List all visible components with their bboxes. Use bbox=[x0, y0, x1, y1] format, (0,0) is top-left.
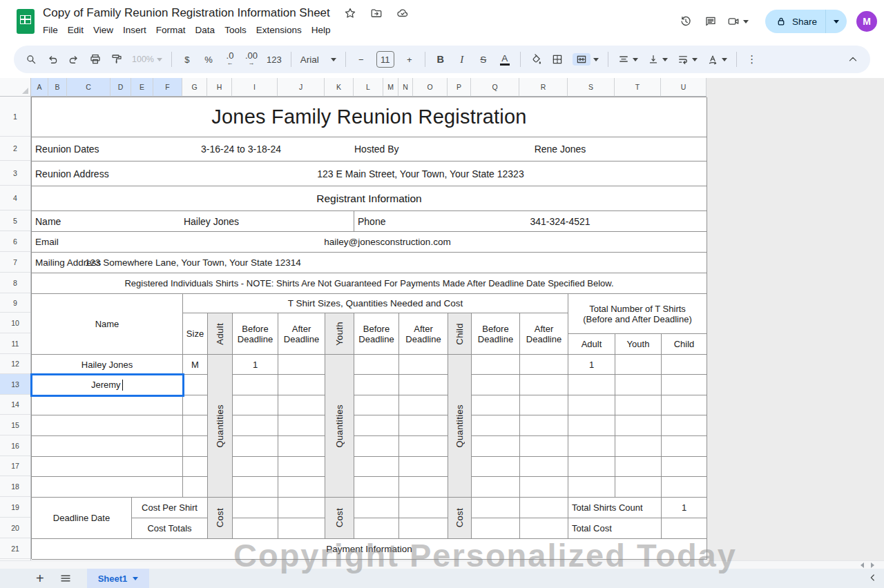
cell[interactable] bbox=[568, 415, 615, 436]
cell[interactable] bbox=[233, 498, 278, 518]
column-header-s[interactable]: S bbox=[568, 78, 615, 97]
cell[interactable] bbox=[32, 395, 183, 415]
version-history-icon[interactable] bbox=[673, 9, 698, 34]
column-header-o[interactable]: O bbox=[413, 78, 448, 97]
row-header-9[interactable]: 9 bbox=[0, 293, 30, 313]
scroll-left-icon[interactable] bbox=[861, 562, 864, 568]
merge-dropdown-caret[interactable] bbox=[593, 58, 599, 61]
increase-decimal-button[interactable]: .00→ bbox=[245, 50, 258, 69]
cell[interactable] bbox=[278, 518, 325, 539]
format-percent-button[interactable]: % bbox=[202, 50, 215, 69]
comments-icon[interactable] bbox=[698, 9, 723, 34]
cell[interactable] bbox=[278, 477, 325, 498]
cell[interactable] bbox=[472, 395, 520, 415]
menu-edit[interactable]: Edit bbox=[63, 23, 88, 37]
cell[interactable] bbox=[472, 415, 520, 436]
cell[interactable] bbox=[399, 415, 448, 436]
cell-total-child-header[interactable]: Child bbox=[662, 334, 707, 355]
cell[interactable] bbox=[183, 436, 208, 457]
text-wrap-button[interactable] bbox=[677, 50, 698, 69]
fill-color-button[interactable] bbox=[530, 50, 542, 69]
more-formats-button[interactable]: 123 bbox=[267, 50, 282, 69]
cell-mailing-address[interactable]: Mailing Address 123 Somewhere Lane, Your… bbox=[32, 253, 707, 273]
menu-data[interactable]: Data bbox=[191, 23, 220, 37]
document-title[interactable]: Copy of Family Reunion Registration Info… bbox=[43, 6, 330, 20]
menu-file[interactable]: File bbox=[38, 23, 63, 37]
cell[interactable] bbox=[615, 477, 662, 498]
collapse-controls-button[interactable] bbox=[847, 50, 859, 69]
row-header-4[interactable]: 4 bbox=[0, 186, 30, 210]
row-header-15[interactable]: 15 bbox=[0, 415, 30, 435]
menu-insert[interactable]: Insert bbox=[118, 23, 151, 37]
select-all-corner[interactable] bbox=[0, 78, 31, 97]
cell-total-shirts-count-value[interactable]: 1 bbox=[662, 498, 707, 518]
cell[interactable] bbox=[278, 415, 325, 436]
cell[interactable] bbox=[520, 477, 568, 498]
sheets-logo-icon[interactable] bbox=[17, 9, 35, 34]
cell[interactable] bbox=[183, 375, 208, 395]
cell-phone[interactable]: Phone 341-324-4521 bbox=[354, 211, 707, 232]
column-header-h[interactable]: H bbox=[207, 78, 232, 97]
row-header-10[interactable]: 10 bbox=[0, 313, 30, 333]
cell-youth-before-header[interactable]: Before Deadline bbox=[354, 313, 399, 355]
zoom-select[interactable]: 100% bbox=[132, 50, 162, 69]
cell-registrant-total-adult[interactable]: 1 bbox=[568, 355, 615, 375]
row-header-6[interactable]: 6 bbox=[0, 231, 30, 252]
cell[interactable] bbox=[183, 457, 208, 477]
cell-registrant-adult-before[interactable]: 1 bbox=[233, 355, 278, 375]
merge-cells-button[interactable] bbox=[573, 50, 599, 69]
redo-button[interactable] bbox=[68, 50, 80, 69]
row-header-14[interactable]: 14 bbox=[0, 395, 30, 415]
cell-child-after-header[interactable]: After Deadline bbox=[520, 313, 568, 355]
cell[interactable] bbox=[520, 436, 568, 457]
cell[interactable] bbox=[278, 457, 325, 477]
cell[interactable] bbox=[399, 395, 448, 415]
cell-adult-cost-strip[interactable]: Cost bbox=[208, 498, 233, 539]
cell[interactable] bbox=[520, 518, 568, 539]
add-sheet-button[interactable]: + bbox=[36, 571, 44, 585]
strikethrough-button[interactable]: S bbox=[477, 50, 490, 69]
meet-dropdown-caret[interactable] bbox=[743, 20, 749, 23]
cell[interactable] bbox=[662, 375, 707, 395]
cell[interactable] bbox=[354, 355, 399, 375]
cell[interactable] bbox=[399, 355, 448, 375]
cell[interactable] bbox=[354, 375, 399, 395]
cell[interactable] bbox=[399, 436, 448, 457]
cell-total-youth-header[interactable]: Youth bbox=[615, 334, 662, 355]
cell[interactable] bbox=[32, 457, 183, 477]
cell-registrant-row-size[interactable]: M bbox=[183, 355, 208, 375]
row-header-16[interactable]: 16 bbox=[0, 435, 30, 456]
account-avatar[interactable]: M bbox=[856, 11, 877, 32]
column-header-d[interactable]: D bbox=[110, 78, 131, 97]
cell[interactable] bbox=[399, 477, 448, 498]
share-dropdown[interactable] bbox=[826, 10, 847, 33]
footer-collapse-chevron[interactable] bbox=[867, 572, 878, 583]
cell[interactable] bbox=[354, 457, 399, 477]
text-rotation-button[interactable] bbox=[707, 50, 727, 69]
cell[interactable] bbox=[233, 477, 278, 498]
cell[interactable] bbox=[662, 355, 707, 375]
menu-format[interactable]: Format bbox=[151, 23, 191, 37]
column-header-e[interactable]: E bbox=[131, 78, 153, 97]
cell[interactable] bbox=[233, 436, 278, 457]
cell[interactable] bbox=[615, 415, 662, 436]
decrease-font-size-button[interactable]: − bbox=[355, 50, 367, 69]
tab-sheet1[interactable]: Sheet1 bbox=[87, 569, 150, 588]
meet-camera-button[interactable] bbox=[723, 9, 753, 34]
cell-deadline-date-label[interactable]: Deadline Date bbox=[32, 498, 132, 539]
cell[interactable] bbox=[183, 395, 208, 415]
cell-child-quantities-strip[interactable]: Quantities bbox=[448, 355, 472, 498]
paint-format-button[interactable] bbox=[110, 50, 123, 69]
text-color-button[interactable]: A bbox=[499, 50, 511, 69]
cell[interactable] bbox=[472, 457, 520, 477]
vertical-align-button[interactable] bbox=[647, 50, 668, 69]
format-currency-button[interactable]: $ bbox=[181, 50, 193, 69]
cell[interactable] bbox=[662, 518, 707, 539]
column-header-g[interactable]: G bbox=[182, 78, 207, 97]
cell-child-cost-strip[interactable]: Cost bbox=[448, 498, 472, 539]
cell-adult-strip-header[interactable]: Adult bbox=[208, 313, 233, 355]
cell[interactable] bbox=[615, 355, 662, 375]
cell-registrant-header[interactable]: Registrant Information bbox=[32, 186, 707, 211]
cell[interactable] bbox=[615, 436, 662, 457]
cell[interactable] bbox=[278, 375, 325, 395]
